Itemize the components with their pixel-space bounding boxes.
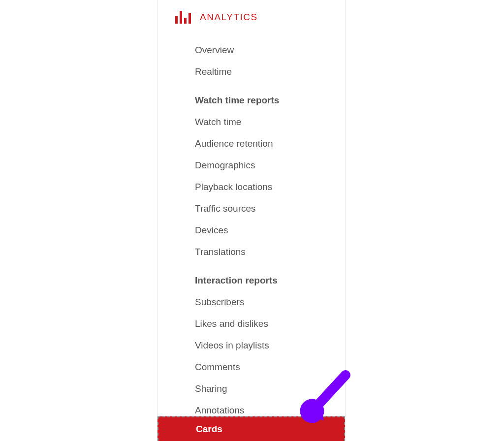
analytics-bars-icon bbox=[175, 11, 191, 24]
sidebar-title: ANALYTICS bbox=[200, 12, 258, 23]
sidebar-header: ANALYTICS bbox=[158, 0, 345, 31]
sidebar-item-audience-retention[interactable]: Audience retention bbox=[158, 133, 345, 155]
sidebar-item-realtime[interactable]: Realtime bbox=[158, 61, 345, 83]
sidebar-item-overview[interactable]: Overview bbox=[158, 39, 345, 61]
sidebar-item-likes-dislikes[interactable]: Likes and dislikes bbox=[158, 313, 345, 335]
sidebar-item-comments[interactable]: Comments bbox=[158, 356, 345, 378]
sidebar-item-translations[interactable]: Translations bbox=[158, 241, 345, 263]
analytics-sidebar: ANALYTICS Overview Realtime Watch time r… bbox=[157, 0, 346, 441]
group-header-watch-time: Watch time reports bbox=[158, 83, 345, 111]
sidebar-item-traffic-sources[interactable]: Traffic sources bbox=[158, 198, 345, 220]
sidebar-item-sharing[interactable]: Sharing bbox=[158, 378, 345, 400]
sidebar-item-cards[interactable]: Cards bbox=[158, 416, 345, 441]
group-header-interaction: Interaction reports bbox=[158, 263, 345, 291]
sidebar-item-subscribers[interactable]: Subscribers bbox=[158, 291, 345, 313]
sidebar-item-devices[interactable]: Devices bbox=[158, 220, 345, 241]
menu-list: Overview Realtime Watch time reports Wat… bbox=[158, 31, 345, 421]
sidebar-item-playback-locations[interactable]: Playback locations bbox=[158, 176, 345, 198]
sidebar-item-videos-playlists[interactable]: Videos in playlists bbox=[158, 335, 345, 356]
sidebar-item-watch-time[interactable]: Watch time bbox=[158, 111, 345, 133]
sidebar-item-demographics[interactable]: Demographics bbox=[158, 155, 345, 176]
